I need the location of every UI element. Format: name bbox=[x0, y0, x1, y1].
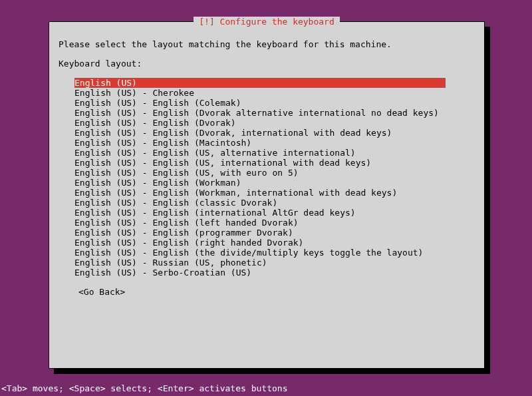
dialog-title-wrapper: [!] Configure the keyboard bbox=[49, 17, 484, 27]
go-back-button[interactable]: <Go Back> bbox=[78, 287, 475, 297]
keyboard-layout-item[interactable]: English (US) - English (US, alternative … bbox=[74, 148, 475, 158]
keyboard-layout-item[interactable]: English (US) - English (international Al… bbox=[74, 208, 475, 218]
keyboard-layout-item[interactable]: English (US) - English (Dvorak alternati… bbox=[74, 108, 475, 118]
keyboard-layout-item[interactable]: English (US) - English (Workman) bbox=[74, 178, 475, 188]
keyboard-layout-item[interactable]: English (US) - English (the divide/multi… bbox=[74, 248, 475, 258]
dialog-content: Please select the layout matching the ke… bbox=[49, 22, 484, 306]
keyboard-layout-item[interactable]: English (US) - English (Dvorak) bbox=[74, 118, 475, 128]
keyboard-layout-item[interactable]: English (US) - Cherokee bbox=[74, 88, 475, 98]
keyboard-layout-item[interactable]: English (US) - English (US, with euro on… bbox=[74, 168, 475, 178]
dialog-box: [!] Configure the keyboard Please select… bbox=[49, 21, 485, 369]
keyboard-layout-item[interactable]: English (US) - Russian (US, phonetic) bbox=[74, 258, 475, 268]
keyboard-layout-item[interactable]: English (US) - English (US, internationa… bbox=[74, 158, 475, 168]
keyboard-layout-item[interactable]: English (US) - English (Dvorak, internat… bbox=[74, 128, 475, 138]
keyboard-layout-list: English (US)English (US) - CherokeeEngli… bbox=[74, 78, 475, 278]
keyboard-layout-item[interactable]: English (US) bbox=[74, 78, 446, 88]
dialog-title: [!] Configure the keyboard bbox=[194, 17, 340, 27]
instruction-text: Please select the layout matching the ke… bbox=[59, 39, 475, 49]
keyboard-layout-item[interactable]: English (US) - English (right handed Dvo… bbox=[74, 238, 475, 248]
status-bar: <Tab> moves; <Space> selects; <Enter> ac… bbox=[0, 383, 287, 393]
keyboard-layout-item[interactable]: English (US) - English (Macintosh) bbox=[74, 138, 475, 148]
keyboard-layout-item[interactable]: English (US) - English (classic Dvorak) bbox=[74, 198, 475, 208]
keyboard-layout-item[interactable]: English (US) - English (left handed Dvor… bbox=[74, 218, 475, 228]
layout-label: Keyboard layout: bbox=[59, 59, 475, 69]
keyboard-layout-item[interactable]: English (US) - English (programmer Dvora… bbox=[74, 228, 475, 238]
keyboard-layout-item[interactable]: English (US) - English (Colemak) bbox=[74, 98, 475, 108]
keyboard-layout-item[interactable]: English (US) - Serbo-Croatian (US) bbox=[74, 268, 475, 278]
keyboard-layout-item[interactable]: English (US) - English (Workman, interna… bbox=[74, 188, 475, 198]
